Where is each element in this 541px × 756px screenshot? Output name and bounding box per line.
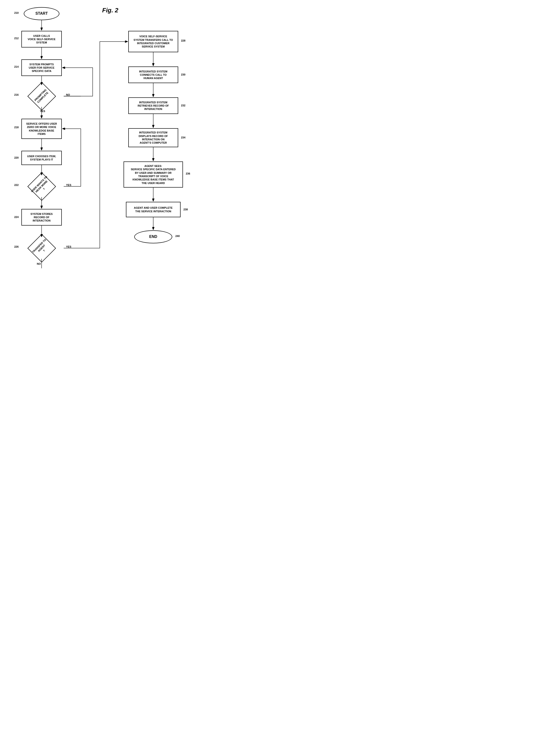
no-label-226: NO [37, 262, 41, 265]
ref-220: 220 [14, 156, 19, 159]
no-label-216: NO [66, 93, 70, 96]
end-ellipse: END [134, 230, 172, 243]
start-ellipse: START [24, 7, 59, 20]
ref-232: 232 [181, 104, 185, 107]
ref-210: 210 [14, 11, 19, 14]
node-236: AGENT SEES: SERVICE SPECIFIC DATA ENTERE… [124, 161, 183, 187]
ref-216: 216 [14, 93, 19, 96]
node-234: INTEGRATED SYSTEM DISPLAYS RECORD OF INT… [128, 128, 178, 147]
node-230: INTEGRATED SYSTEM CONNECTS CALL TO HUMAN… [128, 67, 178, 83]
ref-230: 230 [181, 73, 185, 76]
ref-224: 224 [14, 216, 19, 218]
node-220: USER CHOOSES ITEM; SYSTEM PLAYS IT [21, 151, 62, 165]
ref-228: 228 [181, 39, 185, 42]
ref-236: 236 [186, 172, 190, 175]
node-224: SYSTEM STORES RECORD OF INTERACTION [21, 209, 62, 226]
ref-226: 226 [14, 245, 19, 248]
ref-218: 218 [14, 126, 19, 129]
node-222-wrapper: USER WANTS TO HEAR MORE ? [20, 176, 63, 197]
node-212: USER CALLS VOICE SELF-SERVICE SYSTEM [21, 31, 62, 48]
node-216-wrapper: PROMPTING COMPLETE [20, 86, 63, 107]
fig-title: Fig. 2 [102, 7, 118, 14]
ref-214: 214 [14, 65, 19, 68]
yes-label-222: YES [66, 183, 71, 186]
node-226-wrapper: TRANSFER TO AGENT ? [20, 237, 63, 259]
node-214: SYSTEM PROMPTS USER FOR SERVICE SPECIFIC… [21, 59, 62, 76]
ref-238: 238 [184, 208, 188, 211]
ref-212: 212 [14, 37, 19, 40]
ref-240: 240 [175, 235, 180, 237]
node-218: SERVICE OFFERS USER ZERO OR MORE VOICE K… [21, 119, 62, 139]
ref-234: 234 [181, 136, 185, 139]
node-232: INTEGRATED SYSTEM RETRIEVES RECORD OF IN… [128, 97, 178, 114]
yes-label-226: YES [66, 245, 71, 248]
ref-222: 222 [14, 183, 19, 186]
diagram-container: Fig. 2 START 210 USER CALLS VOICE SELF-S… [0, 0, 214, 299]
node-238: AGENT AND USER COMPLETE THE SERVICE INTE… [126, 202, 181, 217]
node-228: VOICE SELF-SERVICE SYSTEM TRANSFERS CALL… [128, 31, 178, 52]
yes-label-216: YES [40, 110, 45, 113]
